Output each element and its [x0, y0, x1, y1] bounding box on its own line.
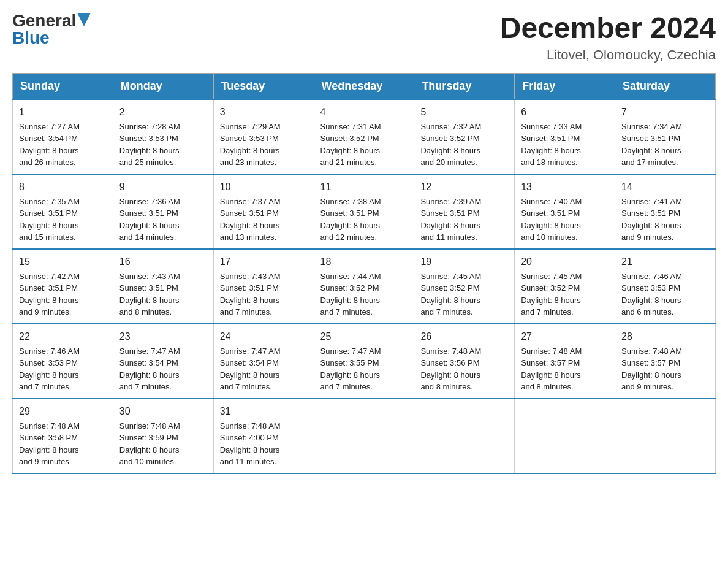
day-info: Sunrise: 7:46 AM Sunset: 3:53 PM Dayligh…: [621, 272, 682, 317]
calendar-cell: [414, 399, 515, 473]
day-number: 10: [220, 180, 308, 194]
day-number: 20: [521, 255, 609, 269]
weekday-header-friday: Friday: [515, 73, 615, 99]
calendar-cell: 22Sunrise: 7:46 AM Sunset: 3:53 PM Dayli…: [13, 324, 113, 399]
calendar-cell: 17Sunrise: 7:43 AM Sunset: 3:51 PM Dayli…: [213, 249, 314, 324]
week-row-4: 22Sunrise: 7:46 AM Sunset: 3:53 PM Dayli…: [13, 324, 716, 399]
day-info: Sunrise: 7:37 AM Sunset: 3:51 PM Dayligh…: [220, 197, 281, 242]
day-info: Sunrise: 7:28 AM Sunset: 3:53 PM Dayligh…: [119, 122, 180, 167]
day-info: Sunrise: 7:34 AM Sunset: 3:51 PM Dayligh…: [621, 122, 682, 167]
week-row-3: 15Sunrise: 7:42 AM Sunset: 3:51 PM Dayli…: [13, 249, 716, 324]
day-number: 17: [220, 255, 308, 269]
day-number: 30: [119, 404, 207, 419]
day-number: 16: [119, 255, 207, 269]
weekday-header-monday: Monday: [113, 73, 213, 99]
day-info: Sunrise: 7:47 AM Sunset: 3:55 PM Dayligh…: [320, 347, 381, 392]
day-number: 29: [19, 404, 107, 419]
calendar-cell: 5Sunrise: 7:32 AM Sunset: 3:52 PM Daylig…: [414, 99, 515, 174]
logo: General Blue: [12, 12, 91, 47]
calendar-cell: 6Sunrise: 7:33 AM Sunset: 3:51 PM Daylig…: [515, 99, 615, 174]
day-info: Sunrise: 7:47 AM Sunset: 3:54 PM Dayligh…: [119, 347, 180, 392]
calendar-cell: 27Sunrise: 7:48 AM Sunset: 3:57 PM Dayli…: [515, 324, 615, 399]
day-number: 25: [320, 329, 408, 344]
day-number: 2: [119, 105, 207, 120]
day-info: Sunrise: 7:38 AM Sunset: 3:51 PM Dayligh…: [320, 197, 381, 242]
day-info: Sunrise: 7:46 AM Sunset: 3:53 PM Dayligh…: [19, 347, 80, 392]
weekday-header-wednesday: Wednesday: [314, 73, 414, 99]
day-number: 18: [320, 255, 408, 269]
calendar-cell: 29Sunrise: 7:48 AM Sunset: 3:58 PM Dayli…: [13, 399, 113, 473]
calendar-cell: 24Sunrise: 7:47 AM Sunset: 3:54 PM Dayli…: [213, 324, 314, 399]
day-info: Sunrise: 7:48 AM Sunset: 4:00 PM Dayligh…: [220, 421, 281, 467]
calendar-cell: 16Sunrise: 7:43 AM Sunset: 3:51 PM Dayli…: [113, 249, 213, 324]
day-info: Sunrise: 7:27 AM Sunset: 3:54 PM Dayligh…: [19, 122, 80, 167]
day-info: Sunrise: 7:48 AM Sunset: 3:58 PM Dayligh…: [19, 421, 80, 467]
calendar-cell: 13Sunrise: 7:40 AM Sunset: 3:51 PM Dayli…: [515, 174, 615, 249]
day-number: 4: [320, 105, 408, 120]
day-info: Sunrise: 7:35 AM Sunset: 3:51 PM Dayligh…: [19, 197, 80, 242]
weekday-header-thursday: Thursday: [414, 73, 515, 99]
day-info: Sunrise: 7:36 AM Sunset: 3:51 PM Dayligh…: [119, 197, 180, 242]
calendar-cell: 15Sunrise: 7:42 AM Sunset: 3:51 PM Dayli…: [13, 249, 113, 324]
calendar-table: SundayMondayTuesdayWednesdayThursdayFrid…: [12, 73, 716, 474]
week-row-5: 29Sunrise: 7:48 AM Sunset: 3:58 PM Dayli…: [13, 399, 716, 473]
calendar-cell: 4Sunrise: 7:31 AM Sunset: 3:52 PM Daylig…: [314, 99, 414, 174]
calendar-cell: 20Sunrise: 7:45 AM Sunset: 3:52 PM Dayli…: [515, 249, 615, 324]
day-info: Sunrise: 7:33 AM Sunset: 3:51 PM Dayligh…: [521, 122, 582, 167]
day-info: Sunrise: 7:32 AM Sunset: 3:52 PM Dayligh…: [420, 122, 481, 167]
day-number: 3: [220, 105, 308, 120]
day-number: 21: [621, 255, 709, 269]
weekday-header-row: SundayMondayTuesdayWednesdayThursdayFrid…: [13, 73, 716, 99]
weekday-header-tuesday: Tuesday: [213, 73, 314, 99]
svg-marker-0: [77, 13, 91, 26]
calendar-cell: 7Sunrise: 7:34 AM Sunset: 3:51 PM Daylig…: [615, 99, 716, 174]
calendar-cell: 14Sunrise: 7:41 AM Sunset: 3:51 PM Dayli…: [615, 174, 716, 249]
day-number: 6: [521, 105, 609, 120]
day-number: 12: [420, 180, 508, 194]
day-info: Sunrise: 7:40 AM Sunset: 3:51 PM Dayligh…: [521, 197, 582, 242]
day-info: Sunrise: 7:39 AM Sunset: 3:51 PM Dayligh…: [420, 197, 481, 242]
week-row-2: 8Sunrise: 7:35 AM Sunset: 3:51 PM Daylig…: [13, 174, 716, 249]
calendar-cell: 19Sunrise: 7:45 AM Sunset: 3:52 PM Dayli…: [414, 249, 515, 324]
day-number: 26: [420, 329, 508, 344]
day-info: Sunrise: 7:48 AM Sunset: 3:56 PM Dayligh…: [420, 347, 481, 392]
calendar-cell: 11Sunrise: 7:38 AM Sunset: 3:51 PM Dayli…: [314, 174, 414, 249]
logo-triangle-icon: [77, 13, 91, 26]
calendar-cell: 12Sunrise: 7:39 AM Sunset: 3:51 PM Dayli…: [414, 174, 515, 249]
week-row-1: 1Sunrise: 7:27 AM Sunset: 3:54 PM Daylig…: [13, 99, 716, 174]
calendar-cell: [314, 399, 414, 473]
day-info: Sunrise: 7:31 AM Sunset: 3:52 PM Dayligh…: [320, 122, 381, 167]
day-info: Sunrise: 7:41 AM Sunset: 3:51 PM Dayligh…: [621, 197, 682, 242]
calendar-cell: 30Sunrise: 7:48 AM Sunset: 3:59 PM Dayli…: [113, 399, 213, 473]
calendar-cell: 10Sunrise: 7:37 AM Sunset: 3:51 PM Dayli…: [213, 174, 314, 249]
day-number: 14: [621, 180, 709, 194]
day-number: 13: [521, 180, 609, 194]
day-number: 28: [621, 329, 709, 344]
day-number: 8: [19, 180, 107, 194]
day-info: Sunrise: 7:29 AM Sunset: 3:53 PM Dayligh…: [220, 122, 281, 167]
day-info: Sunrise: 7:43 AM Sunset: 3:51 PM Dayligh…: [119, 272, 180, 317]
calendar-cell: 21Sunrise: 7:46 AM Sunset: 3:53 PM Dayli…: [615, 249, 716, 324]
logo-blue-text: Blue: [12, 29, 50, 47]
month-title: December 2024: [500, 12, 716, 45]
title-area: December 2024 Litovel, Olomoucky, Czechi…: [500, 12, 716, 63]
header: General Blue December 2024 Litovel, Olom…: [12, 12, 716, 63]
day-info: Sunrise: 7:45 AM Sunset: 3:52 PM Dayligh…: [420, 272, 481, 317]
calendar-cell: 31Sunrise: 7:48 AM Sunset: 4:00 PM Dayli…: [213, 399, 314, 473]
calendar-cell: 28Sunrise: 7:48 AM Sunset: 3:57 PM Dayli…: [615, 324, 716, 399]
day-info: Sunrise: 7:42 AM Sunset: 3:51 PM Dayligh…: [19, 272, 80, 317]
day-info: Sunrise: 7:48 AM Sunset: 3:57 PM Dayligh…: [621, 347, 682, 392]
day-number: 27: [521, 329, 609, 344]
calendar-cell: 25Sunrise: 7:47 AM Sunset: 3:55 PM Dayli…: [314, 324, 414, 399]
calendar-cell: 18Sunrise: 7:44 AM Sunset: 3:52 PM Dayli…: [314, 249, 414, 324]
calendar-cell: 2Sunrise: 7:28 AM Sunset: 3:53 PM Daylig…: [113, 99, 213, 174]
day-number: 5: [420, 105, 508, 120]
day-info: Sunrise: 7:43 AM Sunset: 3:51 PM Dayligh…: [220, 272, 281, 317]
day-number: 9: [119, 180, 207, 194]
day-info: Sunrise: 7:44 AM Sunset: 3:52 PM Dayligh…: [320, 272, 381, 317]
day-info: Sunrise: 7:48 AM Sunset: 3:57 PM Dayligh…: [521, 347, 582, 392]
calendar-cell: 3Sunrise: 7:29 AM Sunset: 3:53 PM Daylig…: [213, 99, 314, 174]
weekday-header-saturday: Saturday: [615, 73, 716, 99]
day-number: 24: [220, 329, 308, 344]
day-info: Sunrise: 7:45 AM Sunset: 3:52 PM Dayligh…: [521, 272, 582, 317]
